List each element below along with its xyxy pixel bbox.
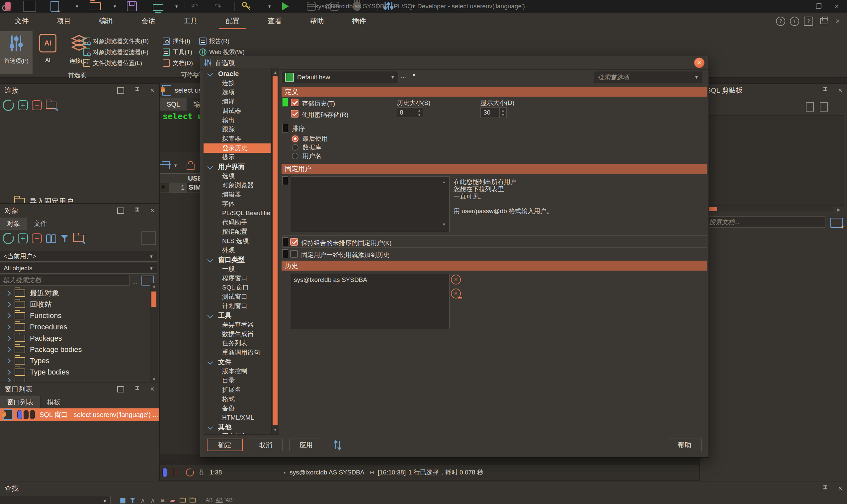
panel-pin-icon[interactable] <box>823 485 827 491</box>
profile-combo[interactable]: Default hsw ▼ <box>282 71 398 83</box>
menu-item[interactable]: 帮助 <box>308 13 326 30</box>
find-list-icon[interactable]: ≡ <box>158 496 168 504</box>
menu-item[interactable]: 会话 <box>140 13 157 30</box>
eraser-icon[interactable]: ▰ <box>168 496 178 504</box>
menu-item[interactable]: 项目 <box>55 13 73 30</box>
scrollbar-thumb[interactable] <box>151 291 156 307</box>
grid-data-row[interactable]: 1 SIM <box>160 183 202 193</box>
ribbon-ai-button[interactable]: AI AI <box>33 31 63 74</box>
delete-history-item-icon[interactable]: ✕ <box>451 274 461 285</box>
panel-maximize-icon[interactable] <box>117 87 124 94</box>
panel-pin-icon[interactable] <box>823 87 827 93</box>
grid-move-icon[interactable] <box>162 161 170 169</box>
store-password-checkbox[interactable] <box>291 110 299 118</box>
scroll-up-icon[interactable]: ▲ <box>150 284 158 289</box>
ok-button[interactable]: 确定 <box>207 438 243 451</box>
dialog-tree-item[interactable]: 差异查看器 <box>203 320 271 329</box>
objects-panel-tab[interactable]: 文件 <box>27 217 54 230</box>
dialog-tree-item[interactable]: 文件 <box>203 357 271 366</box>
dialog-tree-item[interactable]: 调试器 <box>203 106 271 115</box>
quoted-button[interactable]: "AB" <box>224 496 234 504</box>
panel-close-icon[interactable]: × <box>838 485 842 492</box>
dialog-titlebar[interactable]: 首选项 × <box>200 56 708 70</box>
dialog-tree-item[interactable]: PL/SQL Beautifier <box>203 209 271 218</box>
empty-toggle-box[interactable] <box>141 231 156 245</box>
add-to-history-checkbox[interactable] <box>290 250 298 258</box>
menu-item[interactable]: 工具 <box>182 13 199 30</box>
dialog-tree-item[interactable]: 选项 <box>203 171 271 181</box>
dialog-tree-scrollbar[interactable]: ▲ ▼ <box>271 68 279 434</box>
clipboard-content[interactable] <box>701 115 844 205</box>
spinner-up-icon[interactable]: ▲ <box>418 109 421 112</box>
dialog-tree-item[interactable]: 编译 <box>203 97 271 106</box>
cancel-button[interactable]: 取消 <box>249 438 283 451</box>
scroll-down-icon[interactable]: ▼ <box>272 427 279 432</box>
find-filter-icon[interactable] <box>128 496 138 504</box>
object-tree-item[interactable]: 最近对象 <box>0 288 151 299</box>
history-list-item[interactable]: sys@lxorcldb as SYSDBA <box>294 276 447 284</box>
refresh-icon[interactable] <box>3 100 14 111</box>
dialog-tree-item[interactable]: 备份 <box>203 404 271 413</box>
filter-icon[interactable] <box>60 234 69 243</box>
dialog-tree-item[interactable]: 其他 <box>203 422 271 432</box>
display-size-input[interactable] <box>481 108 499 118</box>
folder-icon[interactable] <box>187 496 198 504</box>
object-tree-item[interactable]: Packages <box>0 333 151 344</box>
object-tree-item[interactable]: Type bodies <box>0 366 151 378</box>
dialog-tree-item[interactable]: 探查器 <box>203 134 271 143</box>
refresh-icon[interactable] <box>3 233 14 244</box>
search-more-button[interactable]: ... <box>132 277 138 285</box>
expand-button[interactable]: + <box>18 233 28 244</box>
scroll-up-icon[interactable]: ▲ <box>442 180 446 184</box>
dialog-tree-item[interactable]: HTML/XML <box>203 413 271 422</box>
folder-icon[interactable] <box>178 496 187 504</box>
scroll-down-icon[interactable]: ▼ <box>442 222 446 227</box>
spinner-down-icon[interactable]: ▼ <box>418 113 421 117</box>
pin-icon[interactable] <box>369 470 374 474</box>
folder-settings-icon[interactable] <box>73 235 84 242</box>
panel-pin-icon[interactable] <box>135 208 140 214</box>
objects-scrollbar[interactable]: ▲ ▼ <box>150 283 158 382</box>
store-history-label[interactable]: 存储历史(T) <box>302 99 335 108</box>
ribbon-browser-filters-button[interactable]: 对象浏览器过滤器(F) <box>83 48 148 57</box>
panel-maximize-icon[interactable] <box>117 208 124 214</box>
copy-icon[interactable] <box>806 102 814 111</box>
panel-close-icon[interactable]: × <box>838 87 842 94</box>
sql-editor-tab[interactable]: SQL <box>160 98 187 111</box>
dialog-tree-item[interactable]: 字体 <box>203 199 271 209</box>
clipboard-search-input[interactable] <box>700 216 825 228</box>
dialog-tree-item[interactable]: 重新调用语句 <box>203 348 271 357</box>
history-size-spinner[interactable]: ▲▼ <box>397 107 423 118</box>
ribbon-preferences-button[interactable]: 首选项(P) <box>0 31 33 74</box>
scrollbar-thumb[interactable] <box>273 76 277 425</box>
dialog-tree-item[interactable]: SQL 窗口 <box>203 283 271 292</box>
sort-order-icon[interactable] <box>332 439 342 451</box>
dialog-tree-item[interactable]: 目录 <box>203 376 271 385</box>
close-child-window-icon[interactable]: × <box>833 16 843 26</box>
dialog-tree-item[interactable]: 编辑器 <box>203 190 271 199</box>
grid-cell[interactable]: SIM <box>188 183 201 191</box>
sort-radio-option[interactable]: 数据库 <box>292 143 328 152</box>
dialog-tree-item[interactable]: 工具 <box>203 311 271 320</box>
window-list-tab[interactable]: 模板 <box>40 396 67 408</box>
context-help-icon[interactable]: ? <box>804 16 813 26</box>
store-password-label[interactable]: 使用密码存储(R) <box>302 111 348 119</box>
object-tree-item[interactable]: Types <box>0 355 151 366</box>
dialog-tree-item[interactable]: 代码助手 <box>203 218 271 227</box>
ribbon-documents-button[interactable]: 文档(D) <box>163 58 193 68</box>
object-tree-item[interactable]: 回收站 <box>0 299 151 310</box>
dialog-tree-item[interactable]: 计划窗口 <box>203 302 271 311</box>
menu-item[interactable]: 配置 <box>224 13 241 30</box>
panel-maximize-icon[interactable] <box>117 386 124 393</box>
dialog-tree-item[interactable]: 一般 <box>203 264 271 274</box>
dialog-tree-item[interactable]: 程序窗口 <box>203 274 271 283</box>
dialog-tree-item[interactable]: 跟踪 <box>203 125 271 134</box>
panel-close-icon[interactable]: × <box>150 207 155 214</box>
restore-child-window-icon[interactable] <box>819 16 829 26</box>
window-list-item[interactable]: SQL 窗口 - select userenv('language') ... <box>0 408 159 421</box>
keep-unsorted-label[interactable]: 保持组合的未排序的固定用户(K) <box>301 239 392 247</box>
ribbon-plugins-button[interactable]: 插件(I) <box>163 37 190 46</box>
dialog-tree-item[interactable]: 用户界面 <box>203 162 271 171</box>
find-next-icon[interactable]: ∧ <box>148 496 158 504</box>
sort-radio-option[interactable]: 最后使用 <box>292 134 328 143</box>
